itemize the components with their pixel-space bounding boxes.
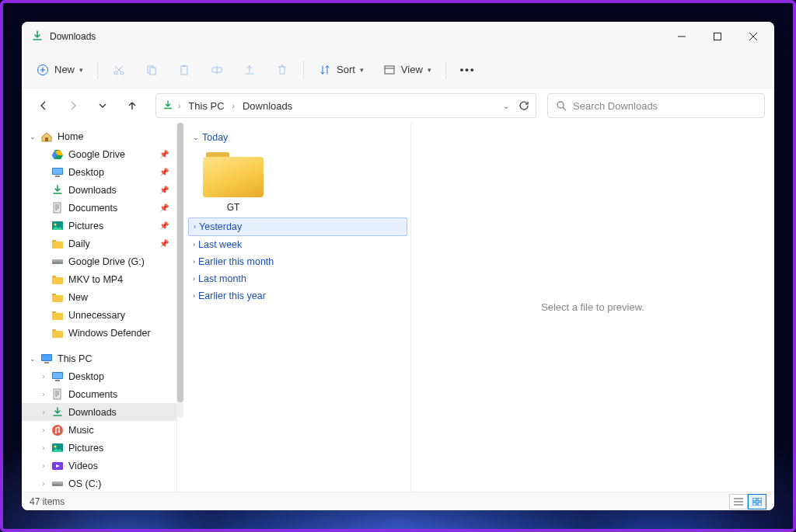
navigation-pane[interactable]: ⌄ Home Google Drive📌Desktop📌Downloads📌Do…	[22, 123, 177, 492]
folder-icon	[51, 273, 64, 286]
sidebar-item-music[interactable]: ›Music	[22, 421, 176, 439]
close-button[interactable]	[735, 22, 771, 51]
file-list[interactable]: ⌄TodayGT›Yesterday›Last week›Earlier thi…	[177, 123, 410, 492]
sidebar-item-desktop[interactable]: Desktop📌	[22, 163, 176, 181]
sidebar-item-downloads[interactable]: Downloads📌	[22, 181, 176, 199]
sidebar-item-os-c-[interactable]: ›OS (C:)	[22, 475, 176, 492]
sidebar-label: Pictures	[68, 443, 103, 454]
chevron-right-icon[interactable]: ›	[36, 426, 51, 434]
new-button[interactable]: New ▾	[28, 56, 91, 84]
recent-locations-button[interactable]	[90, 93, 115, 118]
sidebar-item-desktop[interactable]: ›Desktop	[22, 367, 176, 385]
svg-rect-5	[150, 68, 155, 75]
chevron-right-icon[interactable]: ›	[36, 373, 51, 381]
drive-icon	[51, 256, 64, 268]
back-button[interactable]	[31, 93, 56, 118]
sidebar-item-videos[interactable]: ›Videos	[22, 457, 176, 475]
downloads-icon	[51, 184, 64, 196]
paste-button[interactable]	[169, 56, 199, 84]
details-view-button[interactable]	[729, 494, 748, 509]
sidebar-item-google-drive[interactable]: Google Drive📌	[22, 145, 176, 163]
sidebar-item-documents[interactable]: Documents📌	[22, 199, 176, 217]
monitor-icon	[40, 353, 53, 365]
breadcrumb[interactable]: › This PC › Downloads ⌄	[155, 93, 536, 118]
search-box[interactable]	[547, 93, 765, 118]
more-button[interactable]: •••	[452, 56, 484, 84]
chevron-down-icon[interactable]: ⌄	[503, 102, 509, 110]
downloads-icon	[51, 406, 64, 419]
sort-icon	[318, 63, 332, 77]
svg-rect-24	[52, 329, 56, 331]
sidebar-label: Desktop	[68, 167, 104, 178]
forward-button[interactable]	[61, 93, 86, 118]
group-header-earlier-this-month[interactable]: ›Earlier this month	[188, 253, 407, 270]
item-count: 47 items	[30, 496, 65, 507]
sidebar-item-documents[interactable]: ›Documents	[22, 385, 176, 403]
group-header-yesterday[interactable]: ›Yesterday	[188, 217, 407, 236]
sidebar-label: This PC	[58, 353, 92, 364]
svg-point-34	[58, 430, 61, 433]
pin-icon: 📌	[159, 203, 169, 212]
view-button[interactable]: View ▾	[375, 56, 439, 84]
share-button[interactable]	[235, 56, 264, 84]
scrollbar-track[interactable]	[177, 123, 183, 418]
refresh-button[interactable]	[518, 100, 529, 111]
sidebar-item-mkv-to-mp4[interactable]: MKV to MP4	[22, 270, 176, 288]
maximize-button[interactable]	[700, 22, 735, 51]
chevron-right-icon[interactable]: ›	[36, 444, 51, 452]
sidebar-item-pictures[interactable]: Pictures📌	[22, 217, 176, 235]
file-name: GT	[227, 202, 240, 213]
drive-icon	[51, 478, 64, 490]
group-label: Earlier this month	[198, 256, 274, 267]
pictures-icon	[51, 442, 64, 454]
sidebar-item-thispc[interactable]: ⌄ This PC	[22, 349, 176, 367]
sidebar-label: Videos	[68, 461, 98, 471]
downloads-icon	[162, 100, 173, 111]
chevron-down-icon[interactable]: ⌄	[25, 355, 40, 363]
chevron-down-icon[interactable]: ⌄	[25, 133, 40, 141]
thumbnails-view-button[interactable]	[748, 494, 766, 509]
sidebar-item-new[interactable]: New	[22, 288, 176, 306]
copy-button[interactable]	[137, 56, 166, 84]
breadcrumb-item-downloads[interactable]: Downloads	[239, 99, 295, 113]
group-label: Today	[202, 132, 228, 143]
delete-button[interactable]	[267, 56, 297, 84]
cut-button[interactable]	[104, 56, 134, 84]
group-header-earlier-this-year[interactable]: ›Earlier this year	[188, 287, 407, 304]
sidebar-item-google-drive-g-[interactable]: Google Drive (G:)	[22, 252, 176, 270]
group-header-last-week[interactable]: ›Last week	[188, 236, 407, 253]
sidebar-item-windows-defender[interactable]: Windows Defender	[22, 324, 176, 342]
rename-button[interactable]	[202, 56, 232, 84]
sidebar-item-home[interactable]: ⌄ Home	[22, 127, 176, 145]
minimize-button[interactable]	[664, 22, 700, 51]
documents-icon	[51, 388, 64, 401]
sidebar-label: Daily	[68, 238, 90, 249]
sidebar-label: Documents	[68, 203, 117, 214]
group-label: Last month	[198, 273, 246, 284]
breadcrumb-item-thispc[interactable]: This PC	[185, 99, 227, 113]
chevron-right-icon[interactable]: ›	[36, 480, 51, 488]
sidebar-item-daily[interactable]: Daily📌	[22, 235, 176, 252]
file-item-gt[interactable]: GT	[194, 152, 272, 213]
search-input[interactable]	[573, 100, 756, 112]
chevron-right-icon[interactable]: ›	[36, 391, 51, 398]
pin-icon: 📌	[159, 168, 169, 176]
sidebar-item-unnecessary[interactable]: Unnecessary	[22, 306, 176, 324]
chevron-right-icon[interactable]: ›	[36, 462, 51, 470]
title-bar: Downloads	[22, 22, 774, 51]
group-header-last-month[interactable]: ›Last month	[188, 270, 407, 287]
svg-rect-26	[42, 355, 51, 360]
sort-button[interactable]: Sort ▾	[310, 56, 372, 84]
scrollbar-thumb[interactable]	[177, 123, 183, 402]
chevron-down-icon: ▾	[428, 66, 431, 74]
chevron-right-icon[interactable]: ›	[36, 409, 51, 416]
sidebar-item-pictures[interactable]: ›Pictures	[22, 439, 176, 457]
group-header-today[interactable]: ⌄Today	[188, 129, 407, 146]
svg-rect-0	[714, 33, 721, 40]
sidebar-item-downloads[interactable]: ›Downloads	[22, 403, 176, 421]
up-button[interactable]	[120, 93, 145, 118]
group-label: Last week	[198, 239, 242, 250]
window-title: Downloads	[50, 31, 96, 42]
status-bar: 47 items	[22, 492, 774, 510]
sidebar-label: MKV to MP4	[68, 274, 123, 285]
